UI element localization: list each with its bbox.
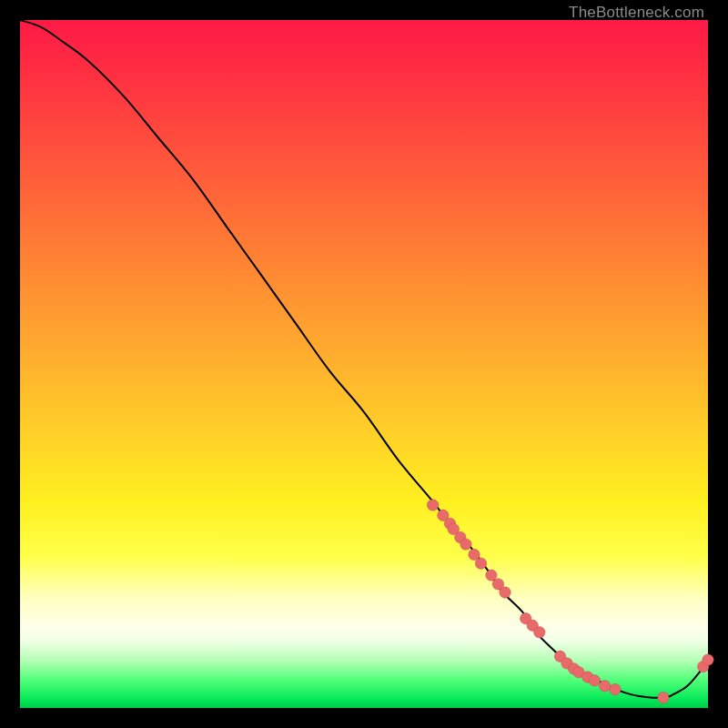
chart-frame: TheBottleneck.com: [0, 0, 728, 728]
data-point: [599, 681, 610, 692]
data-point: [475, 558, 486, 569]
data-point: [658, 693, 669, 703]
data-point: [589, 675, 600, 686]
plot-area: [20, 20, 708, 708]
data-point: [534, 627, 545, 638]
marker-group: [427, 500, 713, 703]
data-point: [703, 654, 713, 665]
data-point: [500, 587, 511, 598]
data-point: [427, 500, 438, 511]
data-point: [610, 683, 621, 694]
bottleneck-curve: [20, 20, 708, 708]
watermark-text: TheBottleneck.com: [569, 4, 704, 22]
data-point: [460, 539, 471, 550]
curve-line: [20, 20, 708, 698]
